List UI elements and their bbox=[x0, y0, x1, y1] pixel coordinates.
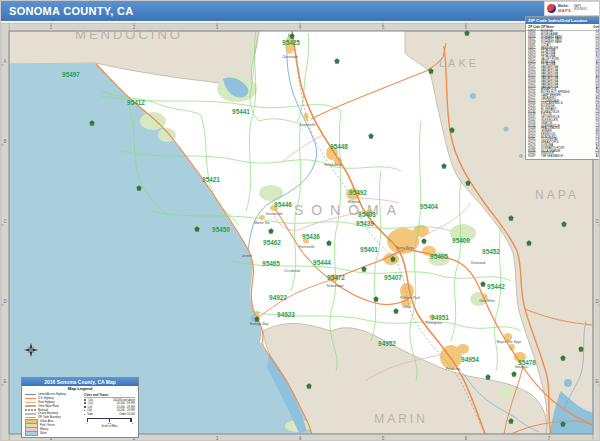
zip-index-panel: ZIP Code Index/Grid Locator ZIP Code ZIP… bbox=[525, 16, 600, 160]
city-class-row: TownUnder 10,000 bbox=[84, 413, 135, 417]
legend-item-label: Water bbox=[40, 432, 47, 435]
zip-code-label: 94954 bbox=[461, 356, 479, 363]
legend-item-label: Park / Forest bbox=[40, 424, 55, 427]
city-label: Rohnert Park bbox=[400, 296, 420, 300]
county-map: 11223344556677AABBCCDDEE MENDOCINOLAKENA… bbox=[1, 1, 600, 441]
zip-code-label: 95421 bbox=[202, 176, 220, 183]
zip-code-label: 95472 bbox=[327, 274, 345, 281]
legend-swatch bbox=[25, 394, 36, 395]
city-label: Petaluma bbox=[446, 367, 460, 371]
zip-code-label: 95401 bbox=[360, 246, 378, 253]
city-label: Jenner bbox=[242, 254, 253, 258]
map-legend: 2016 Sonoma County, CA Map Map Legend Li… bbox=[21, 377, 139, 438]
zip-code-label: 95439 bbox=[356, 220, 374, 227]
zip-code-label: 95446 bbox=[274, 201, 292, 208]
county-label: MARIN bbox=[374, 412, 428, 426]
city-label: Occidental bbox=[284, 269, 300, 273]
zip-code-label: 95442 bbox=[487, 283, 505, 290]
legend-swatch bbox=[25, 409, 36, 410]
city-size-classes: City100,000 and aboveCity50,000 - 99,999… bbox=[84, 399, 135, 417]
zip-code-label: 94952 bbox=[378, 340, 396, 347]
col-zip-code: ZIP Code bbox=[528, 25, 541, 29]
city-label: Forestville bbox=[299, 245, 315, 249]
logo-side-line2: BUSINESS bbox=[574, 8, 587, 11]
zip-code-label: 95476 bbox=[518, 359, 536, 366]
legend-item-label: Urban Area bbox=[40, 420, 53, 423]
legend-swatch bbox=[25, 405, 36, 406]
city-label: Penngrove bbox=[426, 321, 443, 325]
legend-swatch bbox=[25, 398, 36, 399]
scale-tick-label: 5 bbox=[132, 422, 133, 425]
zip-code-label: 95465 bbox=[262, 260, 280, 267]
city-label: Cloverdale bbox=[282, 55, 298, 59]
grid-letter-label: A bbox=[3, 59, 6, 64]
grid-letter-label: B bbox=[3, 139, 6, 144]
zip-index-rows: 94922BODEGAC494923BODEGA BAYC494926ROHNE… bbox=[526, 31, 600, 159]
zip-code-label: 95407 bbox=[384, 274, 402, 281]
city-label: Healdsburg bbox=[324, 163, 341, 167]
zip-code-label: 95405 bbox=[430, 253, 448, 260]
scale-tick-label: 0 bbox=[86, 422, 87, 425]
zip-code-label: 94922 bbox=[269, 294, 287, 301]
col-grid: Grid bbox=[591, 25, 599, 29]
city-label: Windsor bbox=[348, 200, 361, 204]
zip-code-label: 95403 bbox=[358, 211, 376, 218]
legend-item-label: Military bbox=[40, 428, 48, 431]
zip-code-label: 95425 bbox=[282, 39, 300, 46]
legend-item-label: State Highway bbox=[38, 401, 55, 404]
county-label: MENDOCINO bbox=[75, 27, 183, 42]
legend-item-label: County Boundary bbox=[38, 412, 58, 415]
zip-code-label: 94923 bbox=[277, 311, 295, 318]
logo-globe-icon bbox=[547, 4, 556, 13]
zip-index-title: ZIP Code Index/Grid Locator bbox=[526, 17, 600, 24]
zip-code-label: 94951 bbox=[431, 314, 449, 321]
grid-letter-label: E bbox=[3, 379, 6, 384]
city-label: Bodega Bay bbox=[250, 322, 269, 326]
map-sheet: 11223344556677AABBCCDDEE MENDOCINOLAKENA… bbox=[0, 0, 600, 441]
scale-title: Scale in Miles bbox=[84, 425, 135, 429]
city-label: Monte Rio bbox=[254, 221, 270, 225]
zip-code-label: 95492 bbox=[349, 189, 367, 196]
title-bar: SONOMA COUNTY, CA bbox=[1, 1, 546, 21]
county-label: SONOMA bbox=[294, 202, 404, 218]
zip-code-label: 95497 bbox=[62, 71, 80, 78]
city-label: Sebastopol bbox=[327, 284, 344, 288]
city-label: Boyes Hot Spgs bbox=[497, 340, 522, 344]
publisher-logo: Market MAPS MAPS BUSINESS bbox=[544, 1, 600, 16]
legend-swatch bbox=[25, 413, 36, 414]
legend-item-label: Other Major Road bbox=[38, 405, 59, 408]
zip-index-row: 95497THE SEA RANCHA2 bbox=[526, 156, 600, 159]
page-title: SONOMA COUNTY, CA bbox=[9, 5, 133, 17]
legend-swatch bbox=[25, 402, 36, 403]
zip-code-label: 95462 bbox=[263, 239, 281, 246]
legend-item-label: ZIP Code Boundary bbox=[38, 416, 61, 419]
zip-code-label: 95448 bbox=[330, 143, 348, 150]
city-label: Santa Rosa bbox=[396, 246, 414, 250]
zip-code-label: 95452 bbox=[482, 248, 500, 255]
legend-item-label: Limited Access Highway bbox=[38, 393, 66, 396]
city-label: Kenwood bbox=[471, 261, 485, 265]
zip-code-label: 95436 bbox=[302, 233, 320, 240]
zip-index-column-headers: ZIP Code ZIP Name Grid bbox=[526, 24, 600, 31]
zip-code-label: 95404 bbox=[420, 203, 438, 210]
legend-header: 2016 Sonoma County, CA Map bbox=[22, 378, 138, 386]
zip-code-label: 95409 bbox=[452, 237, 470, 244]
legend-symbol-list: Limited Access HighwayU.S. HighwayState … bbox=[25, 393, 81, 436]
zip-code-label: 95450 bbox=[212, 226, 230, 233]
legend-swatch bbox=[25, 431, 38, 436]
cities-towns-header: Cities and Towns bbox=[84, 393, 135, 398]
county-label: LAKE bbox=[439, 57, 479, 69]
scale-bar: 02.55 Scale in Miles bbox=[84, 418, 135, 429]
zip-code-label: 95444 bbox=[313, 259, 331, 266]
legend-item: Water bbox=[25, 431, 81, 435]
city-label: Cotati bbox=[403, 305, 412, 309]
county-label: NAPA bbox=[535, 188, 579, 202]
zip-code-label: 95441 bbox=[232, 108, 250, 115]
city-label: Glen Ellen bbox=[479, 299, 495, 303]
zip-code-label: 95412 bbox=[127, 99, 145, 106]
legend-item-label: U.S. Highway bbox=[38, 397, 54, 400]
city-label: Geyserville bbox=[299, 123, 316, 127]
grid-letter-label: E bbox=[595, 379, 598, 384]
logo-text-bottom: MAPS bbox=[558, 9, 571, 12]
col-zip-name: ZIP Name bbox=[541, 25, 591, 29]
